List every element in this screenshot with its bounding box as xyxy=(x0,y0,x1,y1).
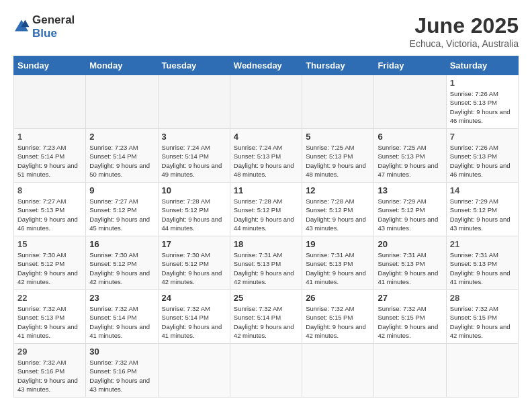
day-number: 19 xyxy=(306,239,370,249)
calendar-cell: 16Sunrise: 7:30 AMSunset: 5:12 PMDayligh… xyxy=(86,236,158,290)
day-header-monday: Monday xyxy=(86,56,158,75)
day-number: 11 xyxy=(234,185,298,195)
day-info: Sunrise: 7:32 AMSunset: 5:14 PMDaylight:… xyxy=(89,304,154,340)
calendar-cell xyxy=(446,344,518,398)
calendar-table: SundayMondayTuesdayWednesdayThursdayFrid… xyxy=(13,56,519,398)
calendar-cell: 14Sunrise: 7:29 AMSunset: 5:12 PMDayligh… xyxy=(446,183,518,236)
day-number: 25 xyxy=(234,293,298,303)
day-info: Sunrise: 7:28 AMSunset: 5:12 PMDaylight:… xyxy=(162,197,226,232)
day-info: Sunrise: 7:29 AMSunset: 5:12 PMDaylight:… xyxy=(378,197,442,232)
calendar-cell xyxy=(374,344,446,398)
calendar-cell: 24Sunrise: 7:32 AMSunset: 5:14 PMDayligh… xyxy=(158,290,230,344)
calendar-cell: 20Sunrise: 7:31 AMSunset: 5:13 PMDayligh… xyxy=(374,236,446,290)
day-number: 8 xyxy=(17,185,82,195)
calendar-cell: 13Sunrise: 7:29 AMSunset: 5:12 PMDayligh… xyxy=(374,183,446,236)
day-number: 12 xyxy=(306,185,370,195)
day-number: 18 xyxy=(234,239,298,249)
calendar-cell xyxy=(86,75,158,129)
calendar-cell: 28Sunrise: 7:32 AMSunset: 5:15 PMDayligh… xyxy=(446,290,518,344)
day-number: 20 xyxy=(378,239,442,249)
calendar-cell: 1Sunrise: 7:23 AMSunset: 5:14 PMDaylight… xyxy=(14,129,86,183)
day-number: 3 xyxy=(162,132,226,142)
day-number: 6 xyxy=(378,132,442,142)
title-area: June 2025 Echuca, Victoria, Australia xyxy=(410,13,519,49)
week-row-6: 29Sunrise: 7:32 AMSunset: 5:16 PMDayligh… xyxy=(14,344,519,398)
day-number: 13 xyxy=(378,185,442,195)
day-number: 9 xyxy=(89,185,154,195)
day-number: 28 xyxy=(450,293,515,303)
day-number: 26 xyxy=(306,293,370,303)
calendar-cell xyxy=(230,344,302,398)
calendar-cell xyxy=(158,344,230,398)
day-number: 21 xyxy=(450,239,515,249)
day-header-tuesday: Tuesday xyxy=(158,56,230,75)
calendar-cell: 7Sunrise: 7:26 AMSunset: 5:13 PMDaylight… xyxy=(446,129,518,183)
day-number: 4 xyxy=(234,132,298,142)
day-number: 15 xyxy=(17,239,82,249)
day-info: Sunrise: 7:27 AMSunset: 5:13 PMDaylight:… xyxy=(17,197,82,232)
days-header-row: SundayMondayTuesdayWednesdayThursdayFrid… xyxy=(14,56,519,75)
day-number: 5 xyxy=(306,132,370,142)
calendar-cell: 8Sunrise: 7:27 AMSunset: 5:13 PMDaylight… xyxy=(14,183,86,236)
day-info: Sunrise: 7:24 AMSunset: 5:14 PMDaylight:… xyxy=(162,143,226,179)
day-info: Sunrise: 7:27 AMSunset: 5:12 PMDaylight:… xyxy=(89,197,154,232)
day-info: Sunrise: 7:30 AMSunset: 5:12 PMDaylight:… xyxy=(17,250,82,286)
day-info: Sunrise: 7:25 AMSunset: 5:13 PMDaylight:… xyxy=(378,143,442,179)
calendar-cell: 12Sunrise: 7:28 AMSunset: 5:12 PMDayligh… xyxy=(302,183,374,236)
location-title: Echuca, Victoria, Australia xyxy=(410,38,519,49)
day-info: Sunrise: 7:23 AMSunset: 5:14 PMDaylight:… xyxy=(17,143,82,179)
calendar-cell: 10Sunrise: 7:28 AMSunset: 5:12 PMDayligh… xyxy=(158,183,230,236)
day-info: Sunrise: 7:31 AMSunset: 5:13 PMDaylight:… xyxy=(450,250,515,286)
day-info: Sunrise: 7:32 AMSunset: 5:15 PMDaylight:… xyxy=(450,304,515,340)
day-number: 17 xyxy=(162,239,226,249)
calendar-cell xyxy=(374,75,446,129)
calendar-cell xyxy=(14,75,86,129)
day-info: Sunrise: 7:31 AMSunset: 5:13 PMDaylight:… xyxy=(234,250,298,286)
day-number: 1 xyxy=(17,132,82,142)
day-info: Sunrise: 7:32 AMSunset: 5:16 PMDaylight:… xyxy=(17,358,82,394)
day-number: 23 xyxy=(89,293,154,303)
day-number: 10 xyxy=(162,185,226,195)
week-row-4: 15Sunrise: 7:30 AMSunset: 5:12 PMDayligh… xyxy=(14,236,519,290)
day-info: Sunrise: 7:28 AMSunset: 5:12 PMDaylight:… xyxy=(234,197,298,232)
day-info: Sunrise: 7:31 AMSunset: 5:13 PMDaylight:… xyxy=(378,250,442,286)
calendar-cell: 23Sunrise: 7:32 AMSunset: 5:14 PMDayligh… xyxy=(86,290,158,344)
day-header-wednesday: Wednesday xyxy=(230,56,302,75)
calendar-cell xyxy=(302,344,374,398)
day-info: Sunrise: 7:32 AMSunset: 5:14 PMDaylight:… xyxy=(234,304,298,340)
week-row-2: 1Sunrise: 7:23 AMSunset: 5:14 PMDaylight… xyxy=(14,129,519,183)
calendar-cell xyxy=(302,75,374,129)
calendar-cell: 3Sunrise: 7:24 AMSunset: 5:14 PMDaylight… xyxy=(158,129,230,183)
day-header-thursday: Thursday xyxy=(302,56,374,75)
logo: General Blue xyxy=(13,13,75,40)
calendar-cell: 4Sunrise: 7:24 AMSunset: 5:13 PMDaylight… xyxy=(230,129,302,183)
day-info: Sunrise: 7:30 AMSunset: 5:12 PMDaylight:… xyxy=(162,250,226,286)
calendar-cell: 30Sunrise: 7:32 AMSunset: 5:16 PMDayligh… xyxy=(86,344,158,398)
week-row-5: 22Sunrise: 7:32 AMSunset: 5:13 PMDayligh… xyxy=(14,290,519,344)
day-number: 24 xyxy=(162,293,226,303)
week-row-3: 8Sunrise: 7:27 AMSunset: 5:13 PMDaylight… xyxy=(14,183,519,236)
calendar-cell xyxy=(230,75,302,129)
day-info: Sunrise: 7:23 AMSunset: 5:14 PMDaylight:… xyxy=(89,143,154,179)
day-info: Sunrise: 7:26 AMSunset: 5:13 PMDaylight:… xyxy=(450,89,515,125)
day-number: 30 xyxy=(89,347,154,357)
day-info: Sunrise: 7:32 AMSunset: 5:15 PMDaylight:… xyxy=(378,304,442,340)
calendar-cell: 15Sunrise: 7:30 AMSunset: 5:12 PMDayligh… xyxy=(14,236,86,290)
calendar-cell: 17Sunrise: 7:30 AMSunset: 5:12 PMDayligh… xyxy=(158,236,230,290)
day-header-sunday: Sunday xyxy=(14,56,86,75)
header: General Blue June 2025 Echuca, Victoria,… xyxy=(13,13,519,49)
day-info: Sunrise: 7:32 AMSunset: 5:13 PMDaylight:… xyxy=(17,304,82,340)
calendar-cell: 2Sunrise: 7:23 AMSunset: 5:14 PMDaylight… xyxy=(86,129,158,183)
week-row-1: 1Sunrise: 7:26 AMSunset: 5:13 PMDaylight… xyxy=(14,75,519,129)
calendar-cell: 22Sunrise: 7:32 AMSunset: 5:13 PMDayligh… xyxy=(14,290,86,344)
logo-general: General Blue xyxy=(32,13,75,40)
calendar-cell: 29Sunrise: 7:32 AMSunset: 5:16 PMDayligh… xyxy=(14,344,86,398)
day-header-saturday: Saturday xyxy=(446,56,518,75)
calendar-cell: 21Sunrise: 7:31 AMSunset: 5:13 PMDayligh… xyxy=(446,236,518,290)
day-info: Sunrise: 7:32 AMSunset: 5:16 PMDaylight:… xyxy=(89,358,154,394)
day-info: Sunrise: 7:31 AMSunset: 5:13 PMDaylight:… xyxy=(306,250,370,286)
day-header-friday: Friday xyxy=(374,56,446,75)
day-info: Sunrise: 7:29 AMSunset: 5:12 PMDaylight:… xyxy=(450,197,515,232)
logo-icon xyxy=(13,19,30,35)
day-number: 16 xyxy=(89,239,154,249)
